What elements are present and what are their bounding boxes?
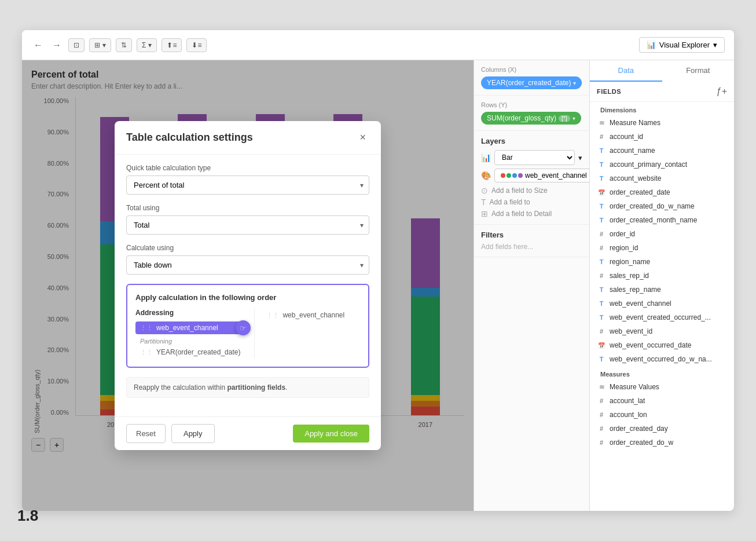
field-item-account-website[interactable]: T account_website (593, 171, 731, 185)
measure-values-icon: ≋ (597, 382, 606, 392)
partitioning-sublabel: Partitioning (135, 334, 245, 346)
layer-type-row: 📊 Bar ▾ (481, 150, 582, 165)
order-month-icon: T (597, 215, 606, 225)
sort-desc-button[interactable]: ⬇≡ (186, 38, 207, 52)
field-item-web-event-channel[interactable]: T web_event_channel (593, 297, 731, 310)
field-item-account-lon[interactable]: # account_lon (593, 408, 731, 422)
tab-data[interactable]: Data (590, 60, 662, 82)
field-item-account-lat[interactable]: # account_lat (593, 394, 731, 408)
rows-shelf: Rows (Y) SUM(order_gloss_qty) [*] ▾ (474, 96, 589, 131)
layer-type-select[interactable]: Bar (494, 150, 575, 165)
field-item-web-event-created[interactable]: T web_event_created_occurred_... (593, 310, 731, 324)
copy-icon: ⊡ (74, 41, 79, 49)
viz-shelf-panel: Columns (X) YEAR(order_created_date) ▾ R… (474, 60, 589, 511)
ordering-right-col: ⋮⋮ web_event_channel (254, 309, 360, 359)
layer-select-arrow: ▾ (578, 153, 582, 162)
add-size-row[interactable]: ⊙ Add a field to Size (481, 186, 582, 195)
arrange-button[interactable]: ⇅ (116, 38, 132, 52)
quick-calc-select[interactable]: Percent of total (126, 176, 369, 195)
account-website-icon: T (597, 174, 606, 183)
sort-asc-button[interactable]: ⬆≡ (162, 38, 182, 52)
calc-using-select[interactable]: Table down (126, 255, 369, 275)
addressing-col: Addressing ⋮⋮ web_event_channel ☞ (135, 309, 245, 359)
total-using-select[interactable]: Total (126, 215, 369, 235)
layers-section: Layers 📊 Bar ▾ 🎨 (474, 131, 589, 225)
ordering-section: Apply calculation in the following order… (126, 284, 369, 368)
order-created-dow-icon: # (597, 438, 606, 447)
field-item-region-id[interactable]: # region_id (593, 241, 731, 255)
modal-title: Table calculation settings (126, 131, 253, 144)
columns-pill[interactable]: YEAR(order_created_date) ▾ (481, 76, 582, 89)
tab-format[interactable]: Format (662, 60, 735, 82)
region-name-label: region_name (610, 258, 650, 266)
calc-using-select-wrapper: Table down ▾ (126, 255, 369, 275)
field-item-sales-rep-name[interactable]: T sales_rep_name (593, 283, 731, 297)
field-item-account-id[interactable]: # account_id (593, 130, 731, 144)
visual-explorer-button[interactable]: 📊 Visual Explorer ▾ (639, 37, 725, 53)
total-using-label: Total using (126, 204, 369, 212)
dimensions-title: Dimensions (593, 102, 731, 116)
field-item-order-created-date[interactable]: 📅 order_created_date (593, 185, 731, 199)
field-item-order-id[interactable]: # order_id (593, 227, 731, 241)
tabs-header: Data Format (590, 60, 734, 82)
field-item-region-name[interactable]: T region_name (593, 255, 731, 269)
right-col-item: ⋮⋮ web_event_channel (262, 309, 360, 321)
field-item-web-event-occurred-dow[interactable]: T web_event_occurred_do_w_na... (593, 352, 731, 366)
color-dot-purple (518, 173, 523, 178)
order-id-label: order_id (610, 230, 635, 238)
sigma-button[interactable]: Σ ▾ (137, 38, 157, 52)
fields-title: FIELDS (597, 88, 621, 95)
total-using-select-wrapper: Total ▾ (126, 215, 369, 235)
field-item-web-event-id[interactable]: # web_event_id (593, 324, 731, 338)
rows-pill[interactable]: SUM(order_gloss_qty) [*] ▾ (481, 112, 581, 125)
layer-color-row: 🎨 web_event_channel ▾ (481, 169, 582, 182)
web-event-channel-icon: T (597, 299, 606, 308)
add-detail-row[interactable]: ⊞ Add a field to Detail (481, 209, 582, 218)
sort-desc-icon: ⬇≡ (192, 41, 201, 49)
web-event-id-label: web_event_id (610, 327, 652, 335)
field-item-sales-rep-id[interactable]: # sales_rep_id (593, 269, 731, 283)
color-dot-red (501, 173, 505, 178)
field-item-order-month[interactable]: T order_created_month_name (593, 213, 731, 227)
sales-rep-name-icon: T (597, 285, 606, 294)
reset-button[interactable]: Reset (126, 424, 166, 443)
calc-using-group: Calculate using Table down ▾ (126, 244, 369, 275)
chart-area: Percent of total Enter chart description… (22, 60, 474, 511)
addressing-item-dragging[interactable]: ⋮⋮ web_event_channel ☞ (135, 321, 245, 334)
modal-close-button[interactable]: × (356, 130, 369, 145)
back-button[interactable]: ← (31, 38, 45, 53)
copy-view-button[interactable]: ⊡ (68, 38, 85, 52)
filters-section: Filters Add fields here... (474, 225, 589, 257)
order-created-day-icon: # (597, 424, 606, 433)
field-item-measure-names[interactable]: ≋ Measure Names (593, 116, 731, 130)
field-item-order-dow[interactable]: T order_created_do_w_name (593, 199, 731, 213)
field-item-order-created-dow[interactable]: # order_created_do_w (593, 436, 731, 449)
account-primary-label: account_primary_contact (610, 160, 687, 169)
web-event-created-icon: T (597, 313, 606, 322)
chevron-down-icon2: ▾ (148, 41, 152, 49)
field-item-account-primary[interactable]: T account_primary_contact (593, 158, 731, 171)
apply-button[interactable]: Apply (171, 424, 215, 443)
sales-rep-id-label: sales_rep_id (610, 272, 649, 280)
add-text-label: Add a field to (490, 198, 530, 206)
field-item-account-name[interactable]: T account_name (593, 144, 731, 158)
add-calc-button[interactable]: ƒ+ (717, 86, 727, 97)
rows-pill-arrow: ▾ (572, 115, 575, 122)
web-event-occurred-icon: 📅 (597, 341, 606, 350)
grid-button[interactable]: ⊞ ▾ (89, 38, 111, 52)
rows-pill-text: SUM(order_gloss_qty) (487, 114, 556, 122)
forward-button[interactable]: → (50, 38, 64, 53)
field-item-order-created-day[interactable]: # order_created_day (593, 422, 731, 436)
measures-title: Measures (593, 366, 731, 380)
quick-calc-group: Quick table calculation type Percent of … (126, 164, 369, 195)
add-text-row[interactable]: T Add a field to (481, 198, 582, 207)
apply-close-button[interactable]: Apply and close (293, 425, 369, 443)
layers-title: Layers (481, 137, 582, 145)
calc-using-label: Calculate using (126, 244, 369, 252)
table-calc-modal: Table calculation settings × Quick table… (115, 121, 381, 450)
layer-color-button[interactable]: web_event_channel ▾ (494, 169, 589, 182)
field-item-web-event-occurred-date[interactable]: 📅 web_event_occurred_date (593, 338, 731, 352)
region-id-icon: # (597, 243, 606, 253)
columns-label: Columns (X) (481, 66, 582, 73)
field-item-measure-values[interactable]: ≋ Measure Values (593, 380, 731, 394)
